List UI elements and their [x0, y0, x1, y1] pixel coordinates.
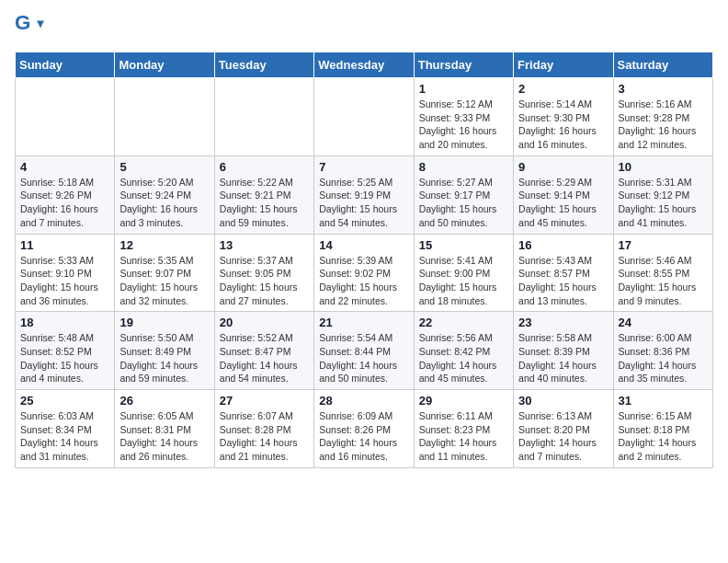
day-info-line: Sunrise: 6:05 AM	[119, 409, 209, 423]
day-info-line: Daylight: 14 hours	[518, 359, 608, 373]
logo-icon: G	[15, 15, 44, 44]
day-info-line: Daylight: 14 hours	[419, 436, 508, 450]
week-row-2: 4Sunrise: 5:18 AMSunset: 9:26 PMDaylight…	[16, 155, 713, 234]
day-number: 16	[518, 238, 608, 252]
day-info-line: Sunrise: 5:12 AM	[419, 98, 508, 111]
day-info-line: Sunset: 8:39 PM	[518, 345, 608, 359]
day-info-line: Sunset: 8:47 PM	[220, 345, 309, 359]
week-row-1: 1Sunrise: 5:12 AMSunset: 9:33 PMDaylight…	[16, 78, 713, 156]
page-header: G	[15, 15, 713, 44]
day-info-line: Sunset: 8:28 PM	[220, 423, 309, 437]
day-info-line: and 40 minutes.	[518, 372, 608, 385]
header-tuesday: Tuesday	[214, 52, 313, 78]
day-info-line: Sunrise: 5:27 AM	[419, 176, 508, 190]
header-saturday: Saturday	[613, 52, 712, 78]
day-info-line: and 2 minutes.	[619, 450, 708, 464]
day-info-line: Daylight: 14 hours	[319, 359, 408, 373]
day-cell: 6Sunrise: 5:22 AMSunset: 9:21 PMDaylight…	[214, 155, 313, 234]
day-number: 12	[119, 238, 209, 252]
day-cell: 12Sunrise: 5:35 AMSunset: 9:07 PMDayligh…	[115, 234, 214, 312]
day-info-line: Daylight: 16 hours	[419, 124, 508, 138]
day-info-line: Daylight: 14 hours	[518, 436, 608, 450]
day-info-line: Sunrise: 5:58 AM	[518, 331, 608, 345]
day-number: 4	[20, 160, 109, 174]
day-info-line: Sunset: 9:17 PM	[419, 189, 508, 202]
day-info-line: Sunset: 8:26 PM	[319, 423, 408, 437]
day-info-line: Sunset: 8:55 PM	[619, 267, 708, 281]
day-info-line: Daylight: 15 hours	[518, 281, 608, 294]
day-cell: 7Sunrise: 5:25 AMSunset: 9:19 PMDaylight…	[314, 155, 414, 234]
day-info-line: Daylight: 16 hours	[20, 202, 109, 216]
header-row: SundayMondayTuesdayWednesdayThursdayFrid…	[16, 52, 713, 78]
day-number: 24	[619, 316, 708, 329]
day-cell: 21Sunrise: 5:54 AMSunset: 8:44 PMDayligh…	[314, 312, 414, 390]
day-cell: 23Sunrise: 5:58 AMSunset: 8:39 PMDayligh…	[514, 312, 613, 390]
day-info-line: Sunrise: 5:48 AM	[20, 331, 109, 345]
logo: G	[15, 15, 48, 44]
day-number: 26	[119, 394, 209, 408]
day-number: 27	[220, 394, 309, 408]
day-number: 28	[319, 394, 408, 408]
day-cell: 19Sunrise: 5:50 AMSunset: 8:49 PMDayligh…	[115, 312, 214, 390]
day-number: 23	[518, 316, 608, 329]
day-info-line: Sunrise: 5:20 AM	[119, 176, 209, 190]
day-cell: 1Sunrise: 5:12 AMSunset: 9:33 PMDaylight…	[414, 78, 513, 156]
day-number: 7	[319, 160, 408, 174]
day-info-line: and 50 minutes.	[319, 372, 408, 385]
day-info-line: Sunset: 9:14 PM	[518, 189, 608, 202]
day-info-line: Daylight: 16 hours	[119, 202, 209, 216]
day-info-line: and 35 minutes.	[619, 372, 708, 385]
week-row-4: 18Sunrise: 5:48 AMSunset: 8:52 PMDayligh…	[16, 312, 713, 390]
day-cell: 15Sunrise: 5:41 AMSunset: 9:00 PMDayligh…	[414, 234, 513, 312]
svg-marker-1	[37, 20, 44, 28]
day-info-line: Sunset: 8:34 PM	[20, 423, 109, 437]
day-info-line: Sunset: 8:23 PM	[419, 423, 508, 437]
day-number: 11	[20, 238, 109, 252]
week-row-5: 25Sunrise: 6:03 AMSunset: 8:34 PMDayligh…	[16, 390, 713, 468]
day-info-line: Daylight: 15 hours	[619, 202, 708, 216]
day-info-line: Daylight: 14 hours	[319, 436, 408, 450]
day-number: 1	[419, 82, 508, 96]
day-info-line: Sunrise: 5:39 AM	[319, 254, 408, 268]
day-cell: 10Sunrise: 5:31 AMSunset: 9:12 PMDayligh…	[613, 155, 712, 234]
header-friday: Friday	[514, 52, 613, 78]
day-info-line: and 16 minutes.	[319, 450, 408, 464]
day-info-line: Sunset: 9:21 PM	[220, 189, 309, 202]
day-info-line: Daylight: 15 hours	[20, 359, 109, 373]
day-cell: 11Sunrise: 5:33 AMSunset: 9:10 PMDayligh…	[16, 234, 115, 312]
day-info-line: Sunrise: 5:25 AM	[319, 176, 408, 190]
day-info-line: and 26 minutes.	[119, 450, 209, 464]
day-info-line: Sunset: 8:49 PM	[119, 345, 209, 359]
day-info-line: and 36 minutes.	[20, 294, 109, 308]
day-info-line: Sunset: 8:42 PM	[419, 345, 508, 359]
day-info-line: Sunrise: 6:15 AM	[619, 409, 708, 423]
day-info-line: and 20 minutes.	[419, 138, 508, 152]
day-info-line: Daylight: 15 hours	[619, 281, 708, 294]
day-info-line: Sunset: 9:10 PM	[20, 267, 109, 281]
day-number: 25	[20, 394, 109, 408]
day-number: 3	[619, 82, 708, 96]
day-info-line: and 3 minutes.	[119, 216, 209, 230]
day-number: 5	[119, 160, 209, 174]
day-info-line: Daylight: 14 hours	[220, 359, 309, 373]
day-info-line: Daylight: 14 hours	[619, 359, 708, 373]
day-info-line: Sunrise: 5:43 AM	[518, 254, 608, 268]
day-info-line: Sunset: 9:26 PM	[20, 189, 109, 202]
day-cell: 18Sunrise: 5:48 AMSunset: 8:52 PMDayligh…	[16, 312, 115, 390]
day-info-line: Sunset: 9:19 PM	[319, 189, 408, 202]
day-info-line: Daylight: 14 hours	[419, 359, 508, 373]
day-info-line: Daylight: 16 hours	[518, 124, 608, 138]
day-info-line: and 45 minutes.	[518, 216, 608, 230]
day-number: 29	[419, 394, 508, 408]
day-info-line: and 54 minutes.	[319, 216, 408, 230]
day-cell	[214, 78, 313, 156]
calendar-table: SundayMondayTuesdayWednesdayThursdayFrid…	[15, 52, 713, 468]
day-info-line: Sunrise: 6:11 AM	[419, 409, 508, 423]
day-info-line: Sunrise: 6:03 AM	[20, 409, 109, 423]
day-info-line: Sunrise: 6:07 AM	[220, 409, 309, 423]
day-info-line: Sunrise: 5:14 AM	[518, 98, 608, 111]
day-cell: 5Sunrise: 5:20 AMSunset: 9:24 PMDaylight…	[115, 155, 214, 234]
day-cell: 2Sunrise: 5:14 AMSunset: 9:30 PMDaylight…	[514, 78, 613, 156]
day-number: 18	[20, 316, 109, 329]
day-cell: 22Sunrise: 5:56 AMSunset: 8:42 PMDayligh…	[414, 312, 513, 390]
